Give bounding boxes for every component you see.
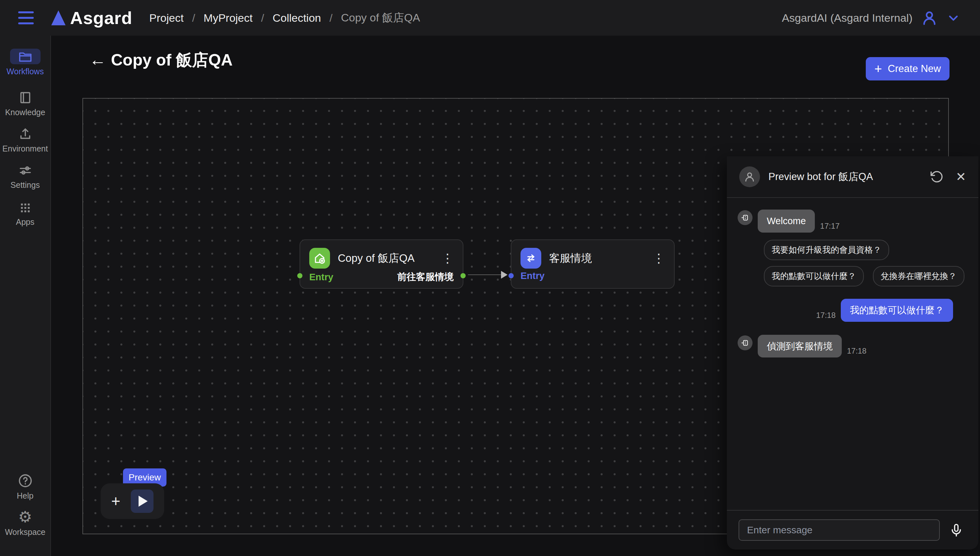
top-navbar: Asgard Project / MyProject / Collection … <box>0 0 980 36</box>
robot-icon <box>737 210 752 225</box>
add-node-button[interactable]: + <box>111 493 120 509</box>
create-new-button[interactable]: + Create New <box>866 57 949 81</box>
node-menu-icon[interactable]: ⋮ <box>653 252 665 264</box>
workflow-node-entry[interactable]: Copy of 飯店QA ⋮ Entry 前往客服情境 <box>299 239 463 289</box>
suggestion-chip[interactable]: 兌換券在哪裡兌換？ <box>873 266 964 286</box>
plus-icon: + <box>874 62 882 75</box>
bot-avatar <box>739 166 760 187</box>
sidebar-item-label: Settings <box>10 180 40 190</box>
chat-message-list: Welcome 17:17 我要如何升級我的會員資格？ 我的點數可以做什麼？ 兌… <box>727 198 978 510</box>
chat-preview-panel: Preview bot for 飯店QA ✕ <box>727 156 978 550</box>
node-title: 客服情境 <box>549 251 592 266</box>
microphone-icon[interactable] <box>949 523 964 538</box>
sidebar-item-label: Apps <box>16 217 34 227</box>
breadcrumb-separator: / <box>329 12 332 24</box>
message-timestamp: 17:17 <box>820 221 839 231</box>
run-preview-button[interactable] <box>131 490 154 513</box>
sidebar-item-workspace[interactable]: ⚙ Workspace <box>0 509 50 537</box>
message-bubble: 偵測到客服情境 <box>758 335 842 358</box>
grid-dots-icon <box>18 200 33 215</box>
suggestion-chip[interactable]: 我的點數可以做什麼？ <box>764 266 864 286</box>
upload-icon <box>18 126 33 141</box>
breadcrumb-current: Copy of 飯店QA <box>341 10 420 25</box>
node-entry-port-label: Entry <box>309 272 333 283</box>
node-entry-port-label: Entry <box>521 270 545 281</box>
robot-icon <box>737 335 752 350</box>
breadcrumb-project[interactable]: Project <box>149 12 184 24</box>
book-icon <box>18 90 33 105</box>
chat-input-bar <box>727 510 978 550</box>
gear-icon: ⚙ <box>18 509 32 525</box>
breadcrumb-separator: / <box>192 12 195 24</box>
node-output-label: 前往客服情境 <box>397 270 454 283</box>
sidebar-item-label: Environment <box>2 144 48 154</box>
sidebar-item-label: Knowledge <box>5 108 45 117</box>
chat-message-user: 17:18 我的點數可以做什麼？ <box>737 299 968 322</box>
input-port[interactable] <box>508 273 514 278</box>
back-button[interactable]: ← <box>89 51 106 68</box>
sidebar: Workflows Knowledge Environment <box>0 36 51 556</box>
help-circle-icon <box>18 473 33 488</box>
workflow-node-support[interactable]: 客服情境 ⋮ Entry <box>511 239 674 289</box>
message-input[interactable] <box>739 519 940 541</box>
sidebar-item-label: Workflows <box>6 67 44 76</box>
play-icon <box>139 496 148 507</box>
edge-arrowhead-icon <box>501 271 508 279</box>
breadcrumb-separator: / <box>261 12 264 24</box>
message-bubble: Welcome <box>758 210 815 233</box>
sidebar-item-settings[interactable]: Settings <box>0 163 50 190</box>
sidebar-item-workflows[interactable]: Workflows <box>0 48 50 76</box>
message-bubble: 我的點數可以做什麼？ <box>841 299 953 322</box>
chat-message-bot: Welcome 17:17 <box>737 210 968 233</box>
suggestion-chip[interactable]: 我要如何升級我的會員資格？ <box>764 240 889 260</box>
message-timestamp: 17:18 <box>816 311 836 320</box>
page-header: ← Copy of 飯店QA + Create New <box>51 36 980 97</box>
breadcrumb: Project / MyProject / Collection / Copy … <box>149 10 420 25</box>
breadcrumb-collection[interactable]: Collection <box>273 12 321 24</box>
house-plus-icon <box>309 248 330 268</box>
chevron-down-icon[interactable] <box>946 11 961 25</box>
canvas-dock: + <box>100 483 164 519</box>
suggestion-chips: 我要如何升級我的會員資格？ 我的點數可以做什麼？ 兌換券在哪裡兌換？ <box>764 240 968 286</box>
app-screen: Asgard Project / MyProject / Collection … <box>0 0 980 556</box>
sidebar-item-apps[interactable]: Apps <box>0 200 50 227</box>
chat-header: Preview bot for 飯店QA ✕ <box>727 156 978 198</box>
sidebar-item-knowledge[interactable]: Knowledge <box>0 90 50 117</box>
message-timestamp: 17:18 <box>847 346 867 356</box>
node-menu-icon[interactable]: ⋮ <box>441 252 454 264</box>
page-title: Copy of 飯店QA <box>111 49 233 71</box>
chat-panel-title: Preview bot for 飯店QA <box>768 170 873 184</box>
edge-connector <box>468 275 506 275</box>
node-title: Copy of 飯店QA <box>338 251 415 266</box>
close-icon[interactable]: ✕ <box>956 171 966 183</box>
output-port[interactable] <box>461 273 466 278</box>
sidebar-item-label: Help <box>17 491 34 501</box>
sidebar-item-help[interactable]: Help <box>0 473 50 501</box>
chat-message-bot: 偵測到客服情境 17:18 <box>737 335 968 358</box>
asgard-logo-icon <box>51 10 66 25</box>
sidebar-item-label: Workspace <box>5 527 45 537</box>
account-name: AsgardAI (Asgard Internal) <box>782 12 912 24</box>
folder-icon <box>18 49 33 64</box>
swap-arrows-icon <box>521 248 541 268</box>
sidebar-item-environment[interactable]: Environment <box>0 126 50 154</box>
breadcrumb-myproject[interactable]: MyProject <box>204 12 252 24</box>
menu-icon[interactable] <box>18 11 34 24</box>
refresh-icon[interactable] <box>930 170 943 184</box>
input-port[interactable] <box>297 273 302 278</box>
brand-name: Asgard <box>70 8 133 28</box>
user-avatar-icon[interactable] <box>921 10 938 26</box>
sliders-icon <box>18 163 33 178</box>
